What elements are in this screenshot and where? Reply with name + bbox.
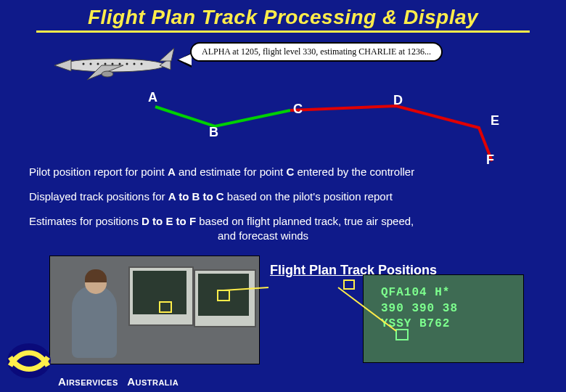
footer-country-text: USTRALIA (135, 378, 179, 387)
airservices-logo-icon (6, 341, 52, 380)
svg-line-16 (338, 287, 396, 331)
footer-org: AIRSERVICES AUSTRALIA (58, 375, 179, 388)
svg-line-15 (223, 287, 268, 290)
footer-a-1: A (58, 375, 66, 388)
footer-org-text: IRSERVICES (66, 378, 118, 387)
svg-rect-17 (344, 280, 354, 289)
footer-a-2: A (127, 375, 135, 388)
connector-lines (0, 0, 566, 392)
